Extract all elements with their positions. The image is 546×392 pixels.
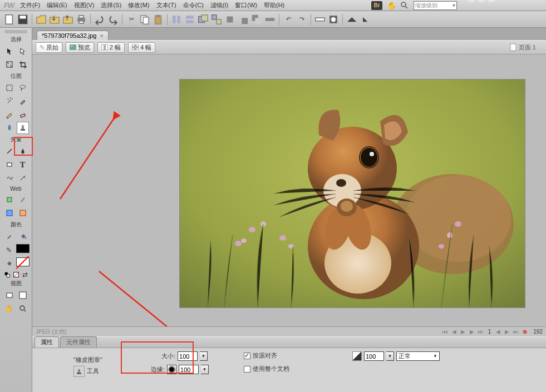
arrange-front-button[interactable] (224, 13, 236, 26)
swap-colors-button[interactable]: ⇄ (21, 271, 29, 279)
align-button-1[interactable] (170, 13, 183, 26)
view-original-button[interactable]: ✎原始 (36, 42, 62, 53)
menu-view[interactable]: 视图(V) (71, 1, 98, 9)
screen-mode-full[interactable] (17, 289, 29, 301)
canvas[interactable] (32, 54, 546, 326)
align-button-2[interactable] (184, 13, 196, 26)
pencil-tool[interactable] (3, 108, 16, 121)
pen-tool[interactable] (17, 145, 29, 157)
tab-attributes[interactable]: 属性 (35, 336, 59, 348)
show-slice-button[interactable] (17, 207, 29, 219)
knife-tool[interactable] (17, 172, 29, 184)
edge-input[interactable] (179, 365, 199, 374)
view-4up-button[interactable]: 4 幅 (128, 42, 155, 53)
frame-first-button[interactable]: ⏮ (441, 328, 449, 336)
eraser-tool[interactable] (17, 108, 29, 121)
zoom-level-dropdown[interactable]: 缩放级别▾ (414, 1, 457, 10)
wand-tool[interactable] (3, 95, 16, 107)
no-color-button[interactable] (12, 271, 20, 279)
freeform-tool[interactable] (3, 172, 16, 184)
bucket-tool[interactable] (17, 230, 29, 242)
blur-tool[interactable] (3, 122, 16, 134)
screen-mode-normal[interactable] (3, 289, 16, 301)
export-button[interactable] (62, 13, 74, 26)
ungroup-button[interactable] (210, 13, 223, 26)
page-next-button[interactable]: ▶ (503, 328, 511, 336)
rect-tool[interactable] (3, 158, 16, 171)
undo-button[interactable] (94, 13, 106, 26)
stroke-color[interactable] (16, 244, 29, 253)
arrange-forward-button[interactable] (250, 13, 263, 26)
marquee-tool[interactable] (3, 82, 16, 94)
flip-h-button[interactable]: ◢◣ (346, 13, 358, 26)
blend-mode-dropdown[interactable]: 正常▼ (396, 351, 440, 361)
source-align-checkbox[interactable] (244, 353, 250, 359)
opacity-input[interactable] (364, 351, 384, 361)
print-button[interactable] (75, 13, 87, 26)
view-2up-button[interactable]: 2 幅 (97, 42, 125, 53)
close-icon[interactable]: ⊗ (521, 328, 529, 336)
ruler-button[interactable] (314, 13, 326, 26)
crop-tool[interactable] (17, 58, 29, 71)
edge-preview[interactable] (167, 365, 176, 374)
size-dropdown[interactable]: ▼ (200, 351, 208, 361)
menu-window[interactable]: 窗口(W) (232, 1, 260, 9)
flip-v-button[interactable]: ◣ (359, 13, 371, 26)
mask-button[interactable] (327, 13, 340, 26)
subselect-tool[interactable] (17, 45, 29, 57)
menu-filters[interactable]: 滤镜(I) (207, 1, 232, 9)
zoom-tool[interactable] (17, 302, 29, 315)
scale-tool[interactable] (3, 58, 16, 71)
hide-slice-button[interactable] (3, 207, 16, 219)
cut-button[interactable]: ✂ (125, 13, 137, 26)
import-button[interactable] (48, 13, 61, 26)
group-button[interactable] (197, 13, 209, 26)
paste-button[interactable] (152, 13, 164, 26)
open-button[interactable] (35, 13, 47, 26)
rubber-stamp-tool[interactable] (17, 122, 29, 134)
tab-element-attributes[interactable]: 元件属性 (60, 336, 97, 348)
default-colors-button[interactable] (3, 271, 11, 279)
frame-prev-button[interactable]: ◀ (450, 328, 458, 336)
zoom-tool-icon[interactable] (400, 1, 409, 10)
text-tool[interactable]: T (17, 158, 29, 171)
size-input[interactable] (178, 351, 198, 361)
eyedropper-tool[interactable] (3, 230, 16, 242)
hand-tool-icon[interactable]: ✋ (387, 1, 396, 10)
menu-modify[interactable]: 修改(M) (125, 1, 153, 9)
arrange-backward-button[interactable] (264, 13, 276, 26)
rotate-left-button[interactable]: ↶ (282, 13, 294, 26)
view-preview-button[interactable]: 预览 (66, 42, 94, 53)
page-prev-button[interactable]: ◀ (494, 328, 502, 336)
palette-grip[interactable] (5, 30, 27, 33)
close-tab-button[interactable]: × (100, 32, 103, 39)
frame-next-button[interactable]: ▶ (468, 328, 476, 336)
menu-edit[interactable]: 编辑(E) (43, 1, 71, 9)
document-tab[interactable]: *579730f795a32.jpg × (37, 31, 109, 40)
lasso-tool[interactable] (17, 82, 29, 94)
pointer-tool[interactable] (3, 45, 16, 57)
menu-text[interactable]: 文本(T) (153, 1, 180, 9)
menu-commands[interactable]: 命令(C) (180, 1, 207, 9)
new-button[interactable] (3, 13, 16, 26)
redo-button[interactable] (107, 13, 119, 26)
fill-color[interactable] (16, 257, 29, 266)
menu-file[interactable]: 文件(F) (17, 1, 43, 9)
hotspot-tool[interactable] (3, 193, 16, 206)
line-tool[interactable] (3, 145, 16, 157)
save-button[interactable] (17, 13, 29, 26)
slice-tool[interactable] (17, 193, 29, 206)
hand-tool[interactable]: ✋ (3, 302, 16, 315)
page-indicator[interactable]: 页面 1 (510, 43, 543, 52)
rotate-right-button[interactable]: ↷ (296, 13, 308, 26)
copy-button[interactable] (139, 13, 151, 26)
arrange-back-button[interactable] (237, 13, 249, 26)
frame-last-button[interactable]: ⏭ (477, 328, 485, 336)
menu-help[interactable]: 帮助(H) (260, 1, 288, 9)
menu-select[interactable]: 选择(S) (97, 1, 125, 9)
opacity-dropdown[interactable]: ▼ (386, 351, 394, 361)
brush-tool[interactable] (17, 95, 29, 107)
edge-dropdown[interactable]: ▼ (201, 365, 209, 374)
use-whole-doc-checkbox[interactable] (244, 366, 250, 373)
page-last-button[interactable]: ⏭ (512, 328, 520, 336)
